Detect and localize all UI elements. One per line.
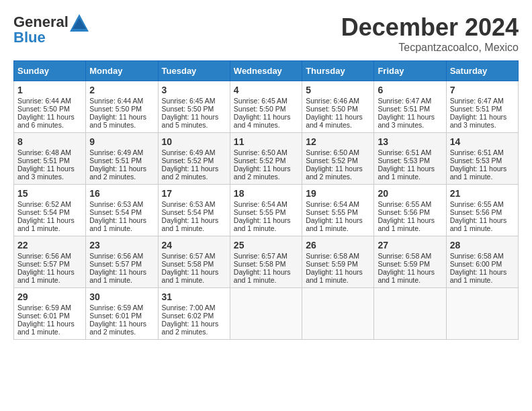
calendar-cell: 30Sunrise: 6:59 AMSunset: 6:01 PMDayligh… xyxy=(86,288,158,340)
day-info: Sunrise: 6:54 AM xyxy=(234,200,298,208)
day-info: Sunset: 5:51 PM xyxy=(17,156,82,165)
day-number: 30 xyxy=(89,291,154,302)
day-info: Sunset: 5:50 PM xyxy=(89,105,154,113)
day-info: Sunrise: 6:59 AM xyxy=(89,304,154,312)
day-info: Sunrise: 6:53 AM xyxy=(89,200,154,208)
day-info: Sunset: 5:52 PM xyxy=(306,156,370,165)
calendar-cell xyxy=(374,288,446,340)
day-info: and 3 minutes. xyxy=(17,173,82,181)
calendar-table: SundayMondayTuesdayWednesdayThursdayFrid… xyxy=(13,60,519,340)
day-number: 28 xyxy=(450,240,515,250)
calendar-cell: 6Sunrise: 6:47 AMSunset: 5:51 PMDaylight… xyxy=(374,81,446,133)
day-info: Daylight: 11 hours xyxy=(306,165,370,173)
day-info: Daylight: 11 hours xyxy=(17,165,82,173)
day-number: 17 xyxy=(162,188,226,199)
day-info: Daylight: 11 hours xyxy=(89,165,154,173)
day-info: Sunset: 5:54 PM xyxy=(17,208,82,216)
day-info: and 1 minute. xyxy=(378,224,442,232)
day-info: and 1 minute. xyxy=(234,224,298,232)
day-info: Sunrise: 6:53 AM xyxy=(162,200,226,208)
calendar-cell: 1Sunrise: 6:44 AMSunset: 5:50 PMDaylight… xyxy=(14,81,86,133)
day-info: Sunset: 5:50 PM xyxy=(234,105,298,113)
day-number: 5 xyxy=(306,85,370,95)
day-info: Sunrise: 6:56 AM xyxy=(17,252,82,260)
day-number: 23 xyxy=(89,240,154,250)
day-number: 19 xyxy=(306,188,370,199)
day-info: and 1 minute. xyxy=(162,224,226,232)
calendar-cell: 24Sunrise: 6:57 AMSunset: 5:58 PMDayligh… xyxy=(158,236,230,288)
day-number: 14 xyxy=(450,136,515,147)
day-number: 31 xyxy=(162,291,226,302)
day-info: Daylight: 11 hours xyxy=(378,268,442,276)
day-info: and 2 minutes. xyxy=(162,328,226,336)
calendar-cell: 27Sunrise: 6:58 AMSunset: 5:59 PMDayligh… xyxy=(374,236,446,288)
day-info: Sunset: 5:58 PM xyxy=(234,260,298,268)
day-number: 6 xyxy=(378,85,442,95)
day-info: and 1 minute. xyxy=(89,224,154,232)
day-info: Daylight: 11 hours xyxy=(17,268,82,276)
day-info: Sunset: 5:57 PM xyxy=(89,260,154,268)
day-info: Sunrise: 7:00 AM xyxy=(162,304,226,312)
day-number: 3 xyxy=(162,85,226,95)
calendar-cell: 2Sunrise: 6:44 AMSunset: 5:50 PMDaylight… xyxy=(86,81,158,133)
day-number: 9 xyxy=(89,136,154,147)
day-info: Sunrise: 6:57 AM xyxy=(234,252,298,260)
day-info: Sunset: 5:55 PM xyxy=(306,208,370,216)
day-info: and 2 minutes. xyxy=(89,173,154,181)
day-info: and 1 minute. xyxy=(17,328,82,336)
day-info: Sunset: 5:50 PM xyxy=(162,105,226,113)
day-number: 15 xyxy=(17,188,82,199)
calendar-cell: 7Sunrise: 6:47 AMSunset: 5:51 PMDaylight… xyxy=(446,81,518,133)
day-number: 10 xyxy=(162,136,226,147)
day-number: 7 xyxy=(450,85,515,95)
day-info: and 3 minutes. xyxy=(378,121,442,129)
day-info: Sunset: 5:54 PM xyxy=(162,208,226,216)
day-info: and 1 minute. xyxy=(306,224,370,232)
day-info: Sunrise: 6:50 AM xyxy=(306,148,370,156)
day-info: Sunrise: 6:56 AM xyxy=(89,252,154,260)
day-info: and 1 minute. xyxy=(450,224,515,232)
day-info: Sunset: 6:00 PM xyxy=(450,260,515,268)
day-number: 1 xyxy=(17,85,82,95)
day-info: Sunrise: 6:58 AM xyxy=(306,252,370,260)
calendar-cell: 16Sunrise: 6:53 AMSunset: 5:54 PMDayligh… xyxy=(86,185,158,236)
day-info: Sunrise: 6:51 AM xyxy=(378,148,442,156)
day-number: 16 xyxy=(89,188,154,199)
day-info: Daylight: 11 hours xyxy=(378,216,442,224)
day-info: Sunset: 5:51 PM xyxy=(450,105,515,113)
day-info: Sunset: 5:56 PM xyxy=(378,208,442,216)
calendar-week-1: 1Sunrise: 6:44 AMSunset: 5:50 PMDaylight… xyxy=(14,81,519,133)
day-info: and 6 minutes. xyxy=(17,121,82,129)
day-number: 4 xyxy=(234,85,298,95)
day-info: and 5 minutes. xyxy=(89,121,154,129)
location: Tecpantzacoalco, Mexico xyxy=(341,42,519,54)
day-number: 2 xyxy=(89,85,154,95)
day-info: Sunrise: 6:44 AM xyxy=(89,97,154,105)
day-number: 24 xyxy=(162,240,226,250)
weekday-header-tuesday: Tuesday xyxy=(158,61,230,81)
day-info: Daylight: 11 hours xyxy=(378,113,442,121)
title-block: December 2024 Tecpantzacoalco, Mexico xyxy=(341,13,519,54)
day-number: 18 xyxy=(234,188,298,199)
day-info: Sunrise: 6:55 AM xyxy=(450,200,515,208)
weekday-header-saturday: Saturday xyxy=(446,61,518,81)
logo-icon xyxy=(70,14,89,32)
day-info: and 3 minutes. xyxy=(450,121,515,129)
calendar-cell: 12Sunrise: 6:50 AMSunset: 5:52 PMDayligh… xyxy=(302,133,374,185)
day-info: Sunset: 5:58 PM xyxy=(162,260,226,268)
day-info: and 2 minutes. xyxy=(89,328,154,336)
calendar-cell: 8Sunrise: 6:48 AMSunset: 5:51 PMDaylight… xyxy=(14,133,86,185)
calendar-week-3: 15Sunrise: 6:52 AMSunset: 5:54 PMDayligh… xyxy=(14,185,519,236)
day-info: and 1 minute. xyxy=(450,173,515,181)
day-info: Sunset: 6:01 PM xyxy=(17,312,82,320)
weekday-header-friday: Friday xyxy=(374,61,446,81)
day-info: Sunrise: 6:48 AM xyxy=(17,148,82,156)
calendar-cell: 17Sunrise: 6:53 AMSunset: 5:54 PMDayligh… xyxy=(158,185,230,236)
day-info: and 1 minute. xyxy=(162,276,226,284)
day-info: and 1 minute. xyxy=(378,276,442,284)
day-info: Sunrise: 6:49 AM xyxy=(89,148,154,156)
day-info: Sunrise: 6:57 AM xyxy=(162,252,226,260)
day-info: Daylight: 11 hours xyxy=(89,320,154,328)
day-info: Daylight: 11 hours xyxy=(234,113,298,121)
day-number: 8 xyxy=(17,136,82,147)
